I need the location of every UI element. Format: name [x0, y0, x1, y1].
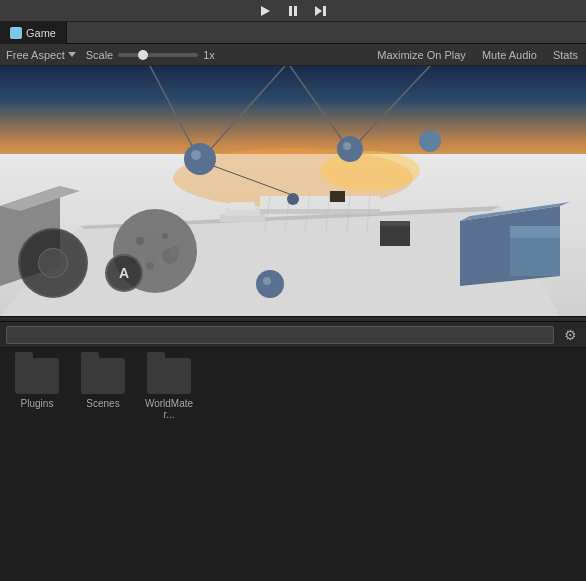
svg-rect-2: [294, 6, 297, 16]
aspect-dropdown[interactable]: Free Aspect: [6, 49, 76, 61]
svg-marker-0: [261, 6, 270, 16]
game-tab-icon: [10, 27, 22, 39]
svg-rect-19: [230, 202, 255, 210]
options-bar: Free Aspect Scale 1x Maximize On Play Mu…: [0, 44, 586, 66]
maximize-on-play-button[interactable]: Maximize On Play: [375, 49, 468, 61]
settings-icon: ⚙: [564, 327, 577, 343]
svg-point-36: [337, 136, 363, 162]
svg-rect-1: [289, 6, 292, 16]
svg-line-32: [290, 66, 350, 151]
aspect-dropdown-arrow: [68, 52, 76, 57]
search-input[interactable]: [6, 326, 554, 344]
folder-label-worldmater: WorldMater...: [144, 398, 194, 420]
aspect-label: Free Aspect: [6, 49, 65, 61]
svg-rect-10: [260, 209, 380, 214]
a-button-label: A: [119, 265, 129, 281]
step-button[interactable]: [310, 2, 332, 20]
svg-point-35: [191, 150, 201, 160]
folder-icon-scenes: [81, 358, 125, 394]
joystick[interactable]: [18, 228, 88, 298]
folder-icon-worldmater: [147, 358, 191, 394]
svg-point-49: [287, 193, 299, 205]
folder-icon-plugins: [15, 358, 59, 394]
stats-button[interactable]: Stats: [551, 49, 580, 61]
svg-marker-3: [315, 6, 322, 16]
game-tab-label: Game: [26, 27, 56, 39]
tab-bar: Game: [0, 22, 586, 44]
svg-rect-4: [323, 6, 326, 16]
pause-button[interactable]: [282, 2, 304, 20]
folder-label-scenes: Scenes: [86, 398, 119, 409]
svg-point-44: [170, 246, 180, 256]
scale-thumb: [138, 50, 148, 60]
svg-point-37: [343, 142, 351, 150]
scale-slider[interactable]: [118, 53, 198, 57]
svg-point-47: [256, 270, 284, 298]
top-toolbar: [0, 0, 586, 22]
play-button[interactable]: [254, 2, 276, 20]
svg-rect-9: [260, 196, 380, 211]
bottom-panel: ⚙ Plugins Scenes WorldMater...: [0, 322, 586, 581]
svg-line-30: [200, 66, 285, 161]
file-browser: Plugins Scenes WorldMater...: [0, 348, 586, 430]
folder-item-scenes[interactable]: Scenes: [78, 358, 128, 409]
folder-item-plugins[interactable]: Plugins: [12, 358, 62, 409]
svg-rect-24: [510, 236, 560, 276]
svg-point-43: [162, 233, 168, 239]
svg-rect-25: [510, 226, 560, 238]
game-viewport: A: [0, 66, 586, 316]
folder-item-worldmater[interactable]: WorldMater...: [144, 358, 194, 420]
svg-point-42: [136, 237, 144, 245]
scene-svg: [0, 66, 586, 316]
scale-label: Scale: [86, 49, 114, 61]
options-right: Maximize On Play Mute Audio Stats: [375, 49, 580, 61]
settings-button[interactable]: ⚙: [560, 325, 580, 345]
a-button[interactable]: A: [105, 254, 143, 292]
svg-point-45: [146, 262, 154, 270]
svg-rect-26: [380, 224, 410, 246]
game-tab[interactable]: Game: [0, 22, 67, 44]
scale-value: 1x: [203, 49, 215, 61]
scale-section: Scale 1x: [86, 49, 215, 61]
svg-point-34: [184, 143, 216, 175]
svg-line-33: [350, 66, 430, 151]
joystick-inner: [38, 248, 68, 278]
bottom-toolbar: ⚙: [0, 322, 586, 348]
mute-audio-button[interactable]: Mute Audio: [480, 49, 539, 61]
folder-label-plugins: Plugins: [21, 398, 54, 409]
svg-rect-28: [330, 191, 345, 202]
svg-point-48: [263, 277, 271, 285]
svg-rect-27: [380, 221, 410, 226]
svg-point-6: [320, 151, 420, 191]
svg-point-38: [419, 130, 441, 152]
